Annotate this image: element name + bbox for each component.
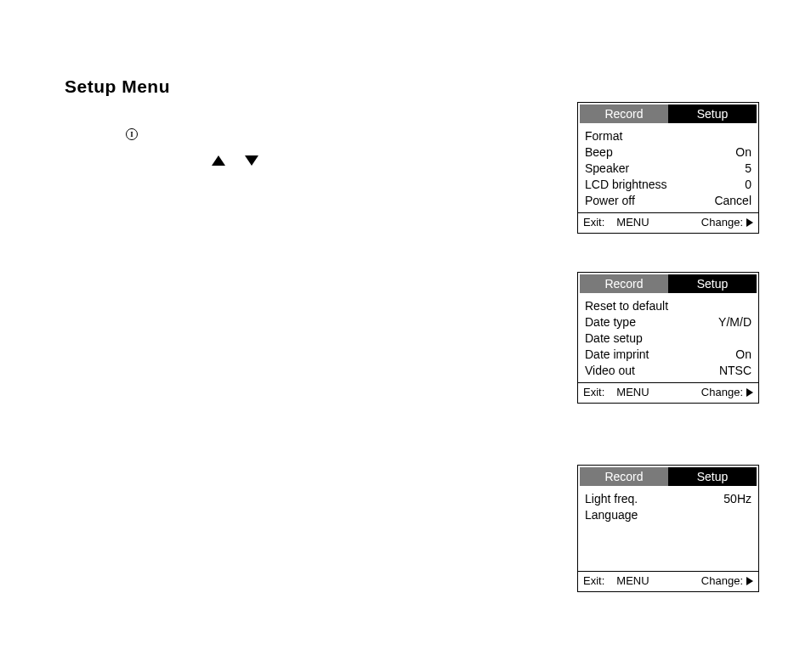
list-item[interactable]: Format [585, 128, 751, 144]
list-item[interactable]: Light freq. 50Hz [585, 491, 751, 507]
item-value: On [735, 144, 751, 161]
up-arrow-icon [212, 155, 225, 166]
tab-record[interactable]: Record [580, 467, 668, 486]
item-value: Cancel [714, 193, 751, 209]
items-list: Light freq. 50Hz Language [578, 486, 758, 571]
page-title: Setup Menu [65, 76, 170, 97]
footer-change-label: Change: [701, 386, 743, 398]
info-icon-glyph: I [130, 130, 133, 138]
list-item[interactable]: Reset to default [585, 298, 751, 314]
panel-footer: Exit: MENU Change: [578, 383, 758, 403]
list-item[interactable]: Video out NTSC [585, 363, 751, 379]
setup-panel-1: Record Setup Format Beep On Speaker 5 LC… [577, 102, 759, 234]
setup-panel-3: Record Setup Light freq. 50Hz Language E… [577, 465, 759, 592]
footer-exit-label: Exit: [583, 386, 604, 398]
item-label: Format [585, 128, 622, 144]
item-label: Date imprint [585, 347, 649, 363]
item-label: Language [585, 507, 638, 523]
footer-change-label: Change: [701, 216, 743, 229]
setup-panel-2: Record Setup Reset to default Date type … [577, 272, 759, 404]
footer-exit-value: MENU [616, 574, 649, 587]
right-arrow-icon [746, 388, 753, 397]
item-label: Speaker [585, 161, 629, 177]
footer-exit-label: Exit: [583, 574, 604, 587]
down-arrow-icon [245, 155, 258, 166]
item-label: Date setup [585, 330, 643, 347]
item-value: 5 [745, 161, 751, 177]
item-value: On [735, 347, 751, 363]
list-item[interactable]: LCD brightness 0 [585, 177, 751, 193]
list-item[interactable]: Speaker 5 [585, 161, 751, 177]
footer-change-label: Change: [701, 574, 743, 587]
footer-exit-label: Exit: [583, 216, 604, 229]
tab-record[interactable]: Record [580, 104, 668, 123]
list-item[interactable]: Date type Y/M/D [585, 314, 751, 330]
item-label: Video out [585, 363, 635, 379]
list-item[interactable]: Power off Cancel [585, 193, 751, 209]
info-icon: I [126, 128, 138, 140]
right-arrow-icon [746, 218, 753, 227]
item-value: 0 [745, 177, 751, 193]
list-item[interactable]: Language [585, 507, 751, 523]
item-value: NTSC [719, 363, 751, 379]
items-list: Reset to default Date type Y/M/D Date se… [578, 293, 758, 382]
footer-exit-value: MENU [616, 386, 649, 398]
item-label: LCD brightness [585, 177, 667, 193]
item-label: Power off [585, 193, 635, 209]
tab-setup[interactable]: Setup [668, 467, 757, 486]
tab-setup[interactable]: Setup [668, 104, 757, 123]
item-value: Y/M/D [718, 314, 751, 330]
item-value: 50Hz [723, 491, 751, 507]
list-item[interactable]: Date setup [585, 330, 751, 347]
tab-setup[interactable]: Setup [668, 274, 757, 293]
tab-row: Record Setup [580, 104, 757, 123]
list-item[interactable]: Date imprint On [585, 347, 751, 363]
list-item[interactable]: Beep On [585, 144, 751, 161]
items-list: Format Beep On Speaker 5 LCD brightness … [578, 123, 758, 212]
item-label: Beep [585, 144, 613, 161]
tab-row: Record Setup [580, 274, 757, 293]
tab-row: Record Setup [580, 467, 757, 486]
tab-record[interactable]: Record [580, 274, 668, 293]
item-label: Light freq. [585, 491, 638, 507]
item-label: Date type [585, 314, 636, 330]
footer-exit-value: MENU [616, 216, 649, 229]
right-arrow-icon [746, 577, 753, 585]
panel-footer: Exit: MENU Change: [578, 572, 758, 591]
panel-footer: Exit: MENU Change: [578, 213, 758, 233]
item-label: Reset to default [585, 298, 668, 314]
